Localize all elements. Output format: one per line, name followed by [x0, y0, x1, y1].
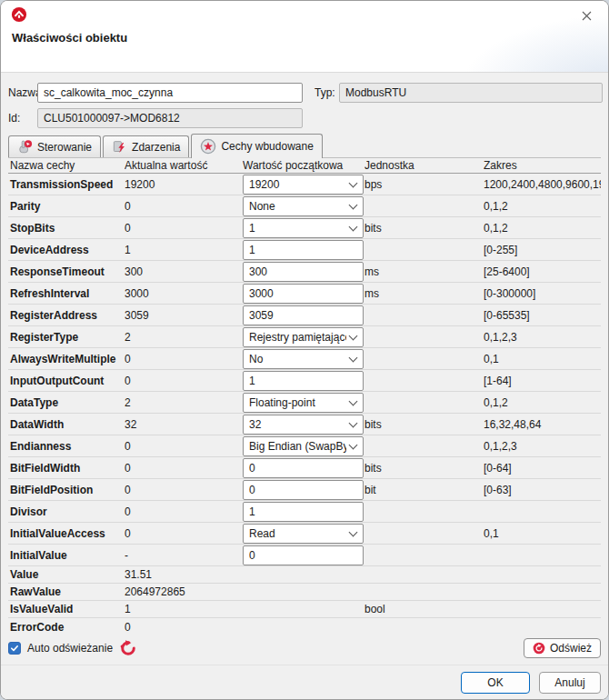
- table-row: TransmissionSpeed1920019200bps1200,2400,…: [8, 174, 601, 195]
- feature-name: InputOutputCount: [8, 375, 125, 387]
- current-value: 3059: [125, 309, 243, 322]
- cancel-button[interactable]: Anuluj: [539, 672, 601, 694]
- tab-label: Sterowanie: [37, 141, 92, 154]
- current-value: 2064972865: [125, 585, 243, 598]
- initialvalueaccess-initial-select[interactable]: Read: [243, 524, 364, 544]
- range: [0-64]: [484, 462, 601, 475]
- divisor-initial-input[interactable]: [243, 502, 364, 522]
- current-value: 2: [125, 331, 243, 344]
- selected-value: None: [249, 200, 346, 213]
- tab-zdarzenia[interactable]: Zdarzenia: [103, 135, 189, 157]
- current-value: -: [125, 549, 243, 562]
- table-row: Parity0None0,1,2: [8, 195, 601, 217]
- feature-name: DeviceAddress: [8, 244, 125, 256]
- refresh-button[interactable]: Odśwież: [524, 638, 601, 658]
- inputoutputcount-initial-input[interactable]: [243, 371, 364, 391]
- initialvalue-initial-input[interactable]: [243, 545, 364, 565]
- dialog-header: Właściwości obiektu: [1, 1, 608, 73]
- current-value: 0: [125, 375, 243, 387]
- column-header: Aktualna wartość: [125, 159, 243, 172]
- column-header: Zakres: [484, 159, 601, 172]
- refreshinterval-initial-input[interactable]: [243, 284, 364, 304]
- dialog-body: Nazwa: Typ: Id: Sterowanie: [1, 74, 608, 666]
- bitfieldwidth-initial-input[interactable]: [243, 458, 364, 478]
- close-button[interactable]: [572, 5, 601, 25]
- endianness-initial-select[interactable]: Big Endian (SwapBytesAr: [243, 436, 364, 456]
- feature-name: RawValue: [8, 585, 125, 598]
- range: [1-64]: [484, 375, 601, 387]
- alwayswritemultiple-initial-select[interactable]: No: [243, 349, 364, 369]
- unit: bits: [364, 418, 484, 431]
- refresh-button-label: Odśwież: [550, 642, 592, 655]
- unit: bits: [364, 222, 484, 235]
- column-header: Jednostka: [364, 159, 484, 172]
- responsetimeout-initial-input[interactable]: [243, 262, 364, 282]
- column-header: Wartość początkowa: [243, 159, 364, 172]
- table-row: InitialValueAccess0Read0,1: [8, 523, 601, 545]
- current-value: 32: [125, 418, 243, 431]
- table-row: StopBits01bits0,1,2: [8, 217, 601, 239]
- table-row: DataType2Floating-point0,1,2: [8, 392, 601, 414]
- unit: bits: [364, 462, 484, 475]
- dialog-footer: OK Anuluj: [1, 665, 608, 699]
- star-icon: [200, 138, 216, 155]
- auto-refresh-row: Auto odświeżanie Odśwież: [8, 637, 601, 659]
- event-bolt-icon: [112, 139, 127, 155]
- selected-value: 1: [249, 222, 346, 235]
- feature-name: BitFieldPosition: [8, 484, 125, 496]
- table-rows: TransmissionSpeed1920019200bps1200,2400,…: [8, 174, 601, 635]
- unit: ms: [364, 287, 484, 300]
- tab-sterowanie[interactable]: Sterowanie: [8, 135, 101, 157]
- chevron-down-icon: [349, 396, 358, 405]
- datawidth-initial-select[interactable]: 32: [243, 415, 364, 435]
- table-row: Endianness0Big Endian (SwapBytesAr0,1,2,…: [8, 435, 601, 457]
- table-row: RefreshInterval3000ms[0-300000]: [8, 283, 601, 305]
- table-row: ErrorCode0: [8, 618, 601, 635]
- refresh-spinner-icon: [119, 639, 137, 657]
- table-header: Nazwa cechy Aktualna wartość Wartość poc…: [8, 158, 601, 174]
- range: 0,1,2,3: [484, 440, 601, 453]
- selected-value: No: [249, 353, 346, 365]
- feature-name: BitFieldWidth: [8, 462, 125, 475]
- tab-cechy-wbudowane[interactable]: Cechy wbudowane: [191, 134, 322, 158]
- chevron-down-icon: [349, 331, 358, 340]
- registeraddress-initial-input[interactable]: [243, 305, 364, 325]
- current-value: 3000: [125, 287, 243, 300]
- table-row: Divisor0: [8, 501, 601, 523]
- range: 0,1,2: [484, 222, 601, 235]
- name-input[interactable]: [37, 83, 303, 103]
- range: 0,1,2,3: [484, 331, 601, 344]
- unit: bps: [364, 178, 484, 191]
- table-row: BitFieldWidth0bits[0-64]: [8, 457, 601, 479]
- auto-refresh-checkbox[interactable]: [8, 642, 21, 655]
- current-value: 300: [125, 265, 243, 278]
- deviceaddress-initial-input[interactable]: [243, 240, 364, 260]
- chevron-down-icon: [349, 178, 358, 187]
- current-value: 0: [125, 200, 243, 213]
- range: 0,1: [484, 353, 601, 365]
- feature-name: TransmissionSpeed: [8, 178, 125, 191]
- current-value: 31.51: [125, 568, 243, 581]
- feature-name: RegisterType: [8, 331, 125, 344]
- close-icon: [582, 11, 592, 21]
- datatype-initial-select[interactable]: Floating-point: [243, 393, 364, 413]
- feature-name: InitialValueAccess: [8, 527, 125, 540]
- table-row: DeviceAddress1[0-255]: [8, 239, 601, 261]
- feature-name: IsValueValid: [8, 603, 125, 615]
- table-row: Value31.51: [8, 566, 601, 584]
- chevron-down-icon: [349, 353, 358, 362]
- chevron-down-icon: [349, 200, 358, 209]
- ok-button[interactable]: OK: [461, 672, 530, 694]
- id-label: Id:: [8, 112, 20, 125]
- stopbits-initial-select[interactable]: 1: [243, 218, 364, 238]
- bitfieldposition-initial-input[interactable]: [243, 480, 364, 500]
- registertype-initial-select[interactable]: Rejestry pamiętające (ho: [243, 327, 364, 347]
- selected-value: 19200: [249, 178, 346, 191]
- transmissionspeed-initial-select[interactable]: 19200: [243, 175, 364, 195]
- parity-initial-select[interactable]: None: [243, 196, 364, 216]
- tab-label: Zdarzenia: [132, 141, 180, 154]
- table-row: ResponseTimeout300ms[25-6400]: [8, 261, 601, 283]
- range: 1200,2400,4800,9600,19200,3840: [484, 178, 601, 191]
- object-properties-dialog: Właściwości obiektu Nazwa: Typ: Id: Ster…: [0, 0, 609, 700]
- chevron-down-icon: [349, 222, 358, 231]
